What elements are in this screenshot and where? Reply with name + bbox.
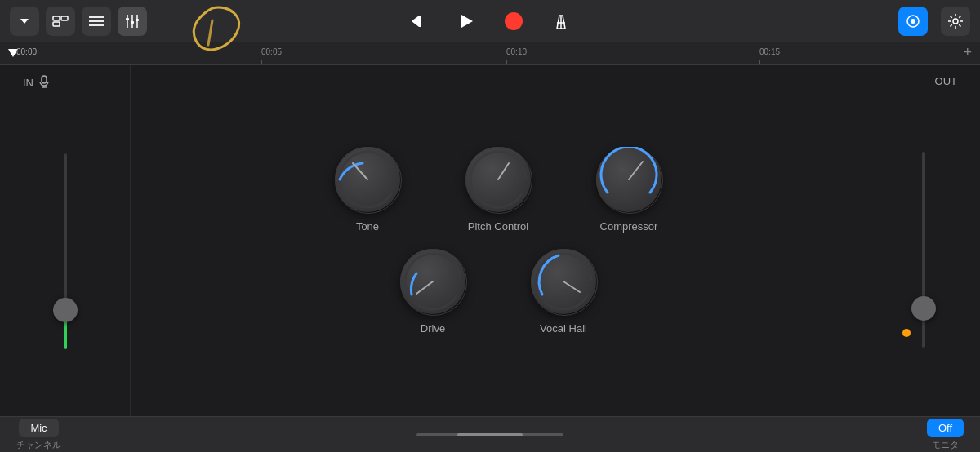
drive-arc [400, 249, 466, 314]
orange-indicator [902, 329, 911, 337]
dropdown-button[interactable] [10, 7, 39, 36]
bottom-center [416, 433, 564, 436]
toolbar [0, 0, 980, 42]
compressor-arc [596, 147, 662, 212]
time-label-2: 00:10 [506, 47, 527, 56]
in-slider-track[interactable] [64, 153, 67, 349]
svg-marker-15 [461, 15, 473, 28]
main-content: IN [0, 65, 980, 416]
svg-rect-10 [126, 18, 129, 20]
tone-arc [335, 147, 400, 212]
toolbar-left [10, 7, 147, 36]
timeline-ruler: 00:00 00:05 00:10 00:15 + [0, 42, 980, 65]
pitch-control-knob-container: Pitch Control [466, 147, 531, 233]
time-label-0: 00:00 [16, 47, 37, 56]
knobs-row-1: Tone Pitch Control [335, 147, 662, 233]
svg-marker-0 [20, 19, 29, 24]
bottom-left: Mic チャンネル [16, 419, 61, 451]
scroll-thumb[interactable] [457, 433, 523, 436]
svg-line-29 [498, 163, 509, 179]
svg-point-21 [953, 19, 958, 24]
svg-rect-14 [419, 16, 421, 27]
in-slider-area [64, 95, 67, 406]
bottom-right: Off モニタ [927, 419, 964, 451]
compressor-label: Compressor [600, 220, 658, 233]
out-slider-thumb[interactable] [911, 296, 936, 321]
knobs-row-2: Drive Vocal Hall [400, 249, 596, 335]
scroll-bar[interactable] [416, 433, 564, 436]
multitrack-button[interactable] [46, 7, 75, 36]
play-button[interactable] [451, 6, 482, 37]
pitch-control-knob[interactable] [466, 147, 531, 212]
pitch-control-label: Pitch Control [468, 220, 528, 233]
toolbar-center [403, 6, 577, 37]
compressor-knob-container: Compressor [596, 147, 662, 233]
channel-label: チャンネル [16, 439, 61, 451]
tune-button[interactable] [898, 7, 928, 36]
drive-knob[interactable] [400, 249, 466, 314]
svg-line-30 [629, 162, 643, 179]
vocal-hall-knob[interactable] [531, 249, 596, 314]
tone-label: Tone [356, 220, 379, 233]
out-slider-track[interactable] [922, 152, 925, 348]
drive-knob-container: Drive [400, 249, 466, 335]
out-slider-area [922, 92, 925, 406]
svg-rect-23 [42, 76, 47, 83]
right-panel: OUT [866, 65, 980, 416]
vocal-hall-knob-container: Vocal Hall [531, 249, 596, 335]
in-text: IN [23, 77, 33, 89]
center-panel: Tone Pitch Control [131, 65, 866, 416]
out-label: OUT [935, 75, 980, 87]
vocal-hall-label: Vocal Hall [540, 322, 587, 335]
tone-knob[interactable] [335, 147, 400, 212]
pitch-arc [466, 147, 531, 212]
svg-rect-1 [53, 16, 60, 20]
drive-label: Drive [421, 322, 445, 335]
tone-knob-container: Tone [335, 147, 400, 233]
bottom-bar: Mic チャンネル Off モニタ [0, 416, 980, 452]
time-label-1: 00:05 [261, 47, 282, 56]
vocal-hall-arc [531, 249, 596, 314]
rewind-button[interactable] [403, 6, 434, 37]
svg-rect-2 [61, 16, 68, 20]
svg-line-27 [353, 163, 368, 179]
compressor-knob[interactable] [596, 147, 662, 212]
record-circle [505, 12, 523, 30]
in-label: IN [0, 75, 50, 91]
mixer-button[interactable] [118, 7, 147, 36]
record-button[interactable] [498, 6, 529, 37]
in-slider-thumb[interactable] [53, 298, 78, 322]
add-track-button[interactable]: + [963, 44, 972, 61]
left-panel: IN [0, 65, 131, 416]
metronome-button[interactable] [546, 6, 577, 37]
svg-marker-13 [412, 16, 419, 27]
settings-button[interactable] [941, 7, 970, 36]
svg-rect-3 [53, 22, 60, 26]
svg-line-34 [564, 281, 580, 292]
channel-button[interactable]: Mic [19, 419, 58, 437]
toolbar-right [898, 7, 970, 36]
mic-icon [38, 75, 50, 91]
monitor-label: モニタ [932, 439, 959, 451]
monitor-button[interactable]: Off [927, 419, 964, 437]
list-button[interactable] [82, 7, 111, 36]
svg-rect-11 [131, 21, 134, 24]
svg-point-20 [911, 19, 915, 24]
svg-line-32 [416, 281, 433, 294]
time-label-3: 00:15 [760, 47, 780, 56]
svg-rect-12 [136, 19, 139, 21]
